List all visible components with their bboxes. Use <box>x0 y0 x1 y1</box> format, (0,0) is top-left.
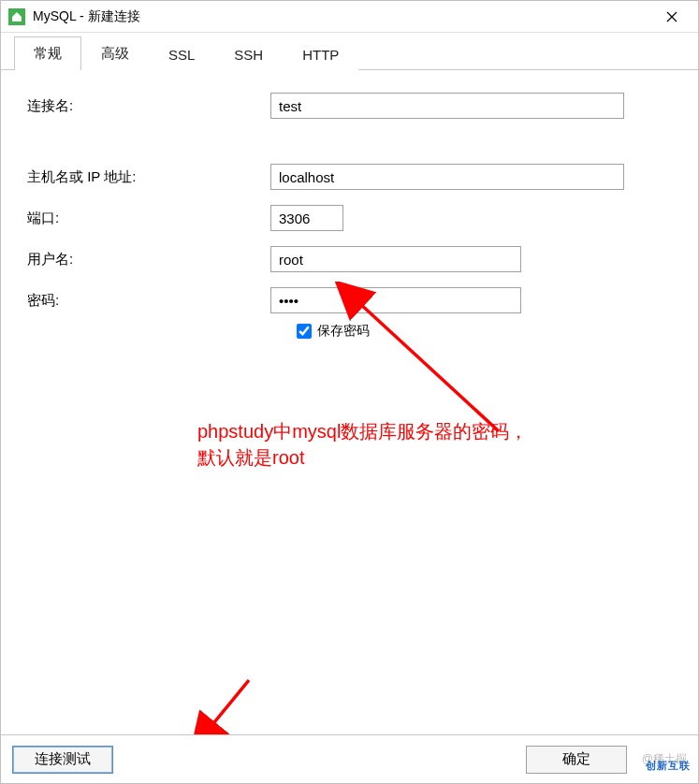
tab-advanced[interactable]: 高级 <box>81 36 149 70</box>
port-label: 端口: <box>27 210 270 227</box>
dialog-window: MySQL - 新建连接 常规 高级 SSL SSH HTTP 连接名: 主机名… <box>0 0 699 784</box>
tab-general[interactable]: 常规 <box>14 36 81 70</box>
host-input[interactable] <box>270 164 624 190</box>
tab-bar: 常规 高级 SSL SSH HTTP <box>1 33 698 70</box>
app-icon <box>8 8 25 25</box>
tab-ssl[interactable]: SSL <box>149 38 214 70</box>
tab-http[interactable]: HTTP <box>283 38 358 70</box>
row-password: 密码: <box>27 287 672 313</box>
close-button[interactable] <box>653 4 691 30</box>
corner-brand: 创新互联 <box>640 749 696 781</box>
host-label: 主机名或 IP 地址: <box>27 168 270 186</box>
row-save-password: 保存密码 <box>297 323 672 340</box>
window-title: MySQL - 新建连接 <box>33 8 653 25</box>
row-connection-name: 连接名: <box>27 93 672 119</box>
connection-name-input[interactable] <box>270 93 624 119</box>
annotation-text: phpstudy中mysql数据库服务器的密码， 默认就是root <box>197 418 628 471</box>
row-host: 主机名或 IP 地址: <box>27 164 672 190</box>
ok-button[interactable]: 确定 <box>526 746 627 774</box>
form-area: 连接名: 主机名或 IP 地址: 端口: 用户名: 密码: 保存密码 <box>1 70 698 340</box>
connection-name-label: 连接名: <box>27 97 270 115</box>
row-user: 用户名: <box>27 246 672 272</box>
user-input[interactable] <box>270 246 521 272</box>
row-port: 端口: <box>27 205 672 231</box>
annotation-line2: 默认就是root <box>197 444 628 471</box>
titlebar: MySQL - 新建连接 <box>1 1 698 33</box>
tab-ssh[interactable]: SSH <box>214 38 283 70</box>
password-label: 密码: <box>27 292 270 310</box>
user-label: 用户名: <box>27 251 270 269</box>
test-connection-button[interactable]: 连接测试 <box>12 746 113 774</box>
footer: 连接测试 确定 @稀土掘 <box>1 734 698 783</box>
password-input[interactable] <box>270 287 521 313</box>
svg-line-1 <box>211 680 249 727</box>
save-password-label: 保存密码 <box>317 323 370 340</box>
corner-brand-text: 创新互联 <box>646 759 691 773</box>
annotation-line1: phpstudy中mysql数据库服务器的密码， <box>197 418 628 444</box>
save-password-checkbox[interactable] <box>297 324 312 339</box>
close-icon <box>666 11 677 22</box>
port-input[interactable] <box>270 205 343 231</box>
